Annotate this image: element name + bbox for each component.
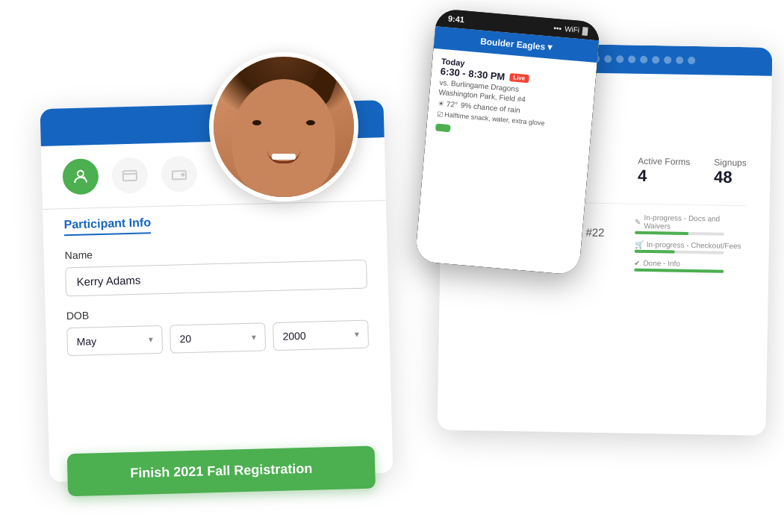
payment-icon[interactable] xyxy=(111,157,148,193)
tablet-dot xyxy=(676,57,683,64)
finish-registration-button[interactable]: Finish 2021 Fall Registration xyxy=(67,446,376,497)
name-input[interactable] xyxy=(65,260,367,297)
progress-item-3: ✔ Done - Info xyxy=(634,259,744,274)
svg-rect-4 xyxy=(123,171,137,181)
phone-card: 9:41 ▪▪▪ WiFi ▓ Boulder Eagles ▾ Today 6… xyxy=(415,8,601,275)
phone-view-button[interactable] xyxy=(435,124,451,133)
svg-point-3 xyxy=(78,171,84,177)
phone-screen: Boulder Eagles ▾ Today 6:30 - 8:30 PM Li… xyxy=(415,26,600,275)
progress-bg-3 xyxy=(634,269,724,273)
tablet-dot xyxy=(652,56,659,63)
signal-icon: ▪▪▪ xyxy=(553,23,562,32)
progress-bg-2 xyxy=(635,250,724,254)
active-forms-stat: Active Forms 4 xyxy=(638,156,691,187)
dob-year-select[interactable]: 2000 ▾ xyxy=(273,320,369,351)
dob-month-select[interactable]: May ▾ xyxy=(66,325,163,356)
progress-icon-3: ✔ xyxy=(634,259,640,267)
active-forms-label: Active Forms xyxy=(638,156,690,167)
active-forms-value: 4 xyxy=(638,166,690,187)
dob-label: DOB xyxy=(66,302,368,322)
progress-label-2: 🛒 In-progress - Checkout/Fees xyxy=(635,240,745,251)
tablet-dot xyxy=(640,56,647,63)
tablet-dot xyxy=(616,55,623,63)
phone-status-icons: ▪▪▪ WiFi ▓ xyxy=(553,23,588,34)
weather-temp: ☀ 72° xyxy=(438,99,458,109)
signups-stat: Signups 48 xyxy=(714,157,747,188)
dob-day-value: 20 xyxy=(179,333,191,345)
dob-month-value: May xyxy=(77,335,97,348)
dob-day-select[interactable]: 20 ▾ xyxy=(169,322,266,353)
progress-fill-3 xyxy=(634,269,724,273)
participant-icon[interactable] xyxy=(62,158,99,195)
progress-item-2: 🛒 In-progress - Checkout/Fees xyxy=(635,240,745,255)
battery-icon: ▓ xyxy=(582,26,588,35)
tablet-dot xyxy=(604,55,612,63)
reg-numbers: Active Forms 4 Signups 48 xyxy=(638,156,747,188)
name-group: Name xyxy=(64,242,367,297)
dob-year-value: 2000 xyxy=(282,330,306,342)
progress-bg-1 xyxy=(635,231,724,236)
phone-time: 9:41 xyxy=(448,13,465,24)
progress-items: ✎ In-progress - Docs and Waivers 🛒 In-pr… xyxy=(634,213,745,274)
scene: Registration Past 7 days xyxy=(0,0,784,532)
avatar xyxy=(209,52,358,201)
name-label: Name xyxy=(64,242,366,262)
participant-tab-label[interactable]: Participant Info xyxy=(63,216,151,236)
signups-value: 48 xyxy=(714,168,747,188)
reg-card-body: Name DOB May ▾ 20 ▾ 2000 ▾ xyxy=(43,228,391,384)
dob-group: DOB May ▾ 20 ▾ 2000 ▾ xyxy=(66,302,369,357)
tablet-dot xyxy=(664,56,671,63)
chevron-down-icon: ▾ xyxy=(251,332,255,342)
progress-fill-2 xyxy=(635,250,675,254)
tablet-dot xyxy=(628,56,635,63)
phone-content: Today 6:30 - 8:30 PM Live vs. Burlingame… xyxy=(426,48,597,155)
avatar-face xyxy=(214,57,354,197)
progress-label-3: ✔ Done - Info xyxy=(634,259,744,269)
live-badge: Live xyxy=(509,73,529,83)
wifi-icon: WiFi xyxy=(564,25,580,34)
chevron-down-icon: ▾ xyxy=(148,334,152,345)
dob-row: May ▾ 20 ▾ 2000 ▾ xyxy=(66,320,369,357)
progress-icon-2: 🛒 xyxy=(635,240,644,248)
progress-fill-1 xyxy=(635,231,688,235)
progress-item-1: ✎ In-progress - Docs and Waivers xyxy=(635,213,745,237)
tablet-dot xyxy=(688,57,695,64)
signups-label: Signups xyxy=(714,157,747,169)
svg-point-5 xyxy=(181,174,184,176)
wallet-icon[interactable] xyxy=(161,156,197,193)
progress-icon-1: ✎ xyxy=(635,217,641,225)
chevron-down-icon: ▾ xyxy=(354,329,358,339)
progress-label-1: ✎ In-progress - Docs and Waivers xyxy=(635,213,745,232)
player-number: #22 xyxy=(585,225,604,238)
